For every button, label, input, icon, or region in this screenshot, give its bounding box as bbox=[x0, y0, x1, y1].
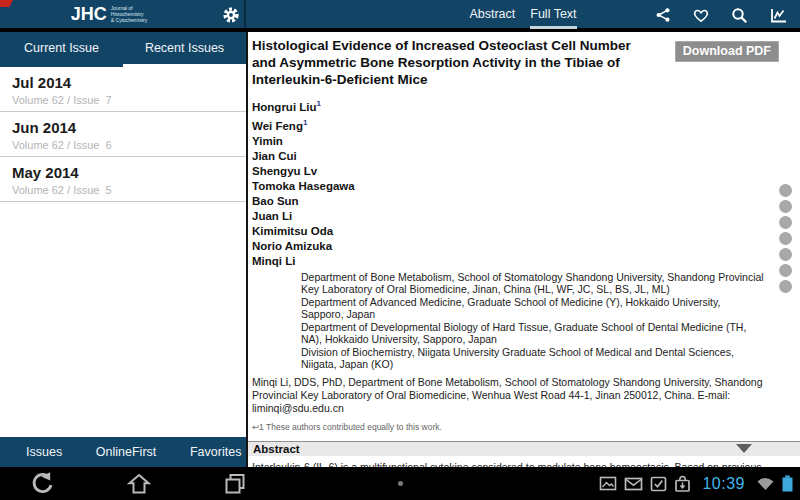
gear-icon[interactable] bbox=[223, 7, 239, 23]
equal-contribution-footnote: ↩1 These authors contributed equally to … bbox=[252, 422, 800, 432]
scroll-indicator-dot bbox=[779, 232, 792, 245]
author-footnote-marker: 1 bbox=[317, 99, 321, 108]
header-right: Abstract Full Text bbox=[246, 0, 800, 28]
scroll-indicator-dot bbox=[779, 248, 792, 261]
tab-current-issue[interactable]: Current Issue bbox=[0, 32, 123, 67]
author-name[interactable]: Kimimitsu Oda bbox=[252, 224, 800, 239]
scroll-indicator[interactable] bbox=[779, 184, 792, 293]
issue-month: Jun 2014 bbox=[12, 119, 234, 136]
clock: 10:39 bbox=[702, 475, 745, 493]
author-name[interactable]: Tomoka Hasegawa bbox=[252, 179, 800, 194]
tab-recent-issues[interactable]: Recent Issues bbox=[123, 32, 246, 67]
author-name[interactable]: Bao Sun bbox=[252, 194, 800, 209]
email-icon bbox=[624, 476, 643, 492]
issue-volume: Volume 62 / Issue 6 bbox=[12, 139, 234, 151]
abstract-section-header[interactable]: Abstract bbox=[248, 441, 800, 456]
scroll-indicator-dot bbox=[779, 216, 792, 229]
scroll-indicator-dot bbox=[779, 280, 792, 293]
issue-list-item[interactable]: Jul 2014 Volume 62 / Issue 7 bbox=[0, 67, 246, 112]
menu-dot-icon bbox=[398, 481, 403, 486]
issue-list-item[interactable]: May 2014 Volume 62 / Issue 5 bbox=[0, 157, 246, 202]
favorite-icon[interactable] bbox=[692, 7, 710, 23]
wifi-icon bbox=[756, 476, 775, 491]
metrics-icon[interactable] bbox=[769, 7, 788, 24]
system-bar: 10:39 bbox=[0, 467, 800, 500]
tab-abstract[interactable]: Abstract bbox=[469, 0, 515, 29]
bottom-nav: Issues OnlineFirst Favorites History bbox=[0, 437, 246, 467]
battery-icon bbox=[782, 475, 793, 492]
author-footnote-marker: 1 bbox=[303, 118, 307, 127]
affiliation-list: Department of Bone Metabolism, School of… bbox=[301, 271, 765, 371]
back-icon[interactable] bbox=[30, 471, 55, 496]
correspondence-text: Minqi Li, DDS, PhD, Department of Bone M… bbox=[252, 376, 770, 415]
author-name[interactable]: Juan Li bbox=[252, 209, 800, 224]
logo-name: Journal of Histochemistry & Cytochemistr… bbox=[111, 5, 147, 23]
recents-icon[interactable] bbox=[223, 472, 247, 496]
nav-item-onlinefirst[interactable]: OnlineFirst bbox=[96, 445, 156, 459]
affiliation: Division of Biochemistry, Niigata Univer… bbox=[301, 346, 765, 371]
logo-abbr: JHC bbox=[71, 5, 107, 23]
issue-month: Jul 2014 bbox=[12, 74, 234, 91]
scroll-indicator-dot bbox=[779, 200, 792, 213]
issue-list-item[interactable]: Jun 2014 Volume 62 / Issue 6 bbox=[0, 112, 246, 157]
tab-full-text[interactable]: Full Text bbox=[530, 0, 576, 29]
issue-month: May 2014 bbox=[12, 164, 234, 181]
home-icon[interactable] bbox=[127, 472, 151, 496]
affiliation: Department of Advanced Medicine, Graduat… bbox=[301, 296, 765, 321]
issues-panel: Current Issue Recent Issues Jul 2014 Vol… bbox=[0, 32, 246, 467]
issue-volume: Volume 62 / Issue 7 bbox=[12, 94, 234, 106]
article-title: Histological Evidence of Increased Osteo… bbox=[252, 37, 656, 88]
header-icons bbox=[655, 0, 788, 30]
nav-item-favorites[interactable]: Favorites bbox=[190, 445, 241, 459]
scroll-indicator-dot bbox=[779, 184, 792, 197]
gallery-icon bbox=[599, 475, 617, 492]
app-logo: JHC Journal of Histochemistry & Cytochem… bbox=[71, 5, 147, 23]
app-header: JHC Journal of Histochemistry & Cytochem… bbox=[0, 0, 800, 30]
author-name[interactable]: Shengyu Lv bbox=[252, 164, 800, 179]
download-pdf-button[interactable]: Download PDF bbox=[675, 41, 779, 62]
scroll-indicator-dot bbox=[779, 264, 792, 277]
downloads-icon bbox=[674, 475, 691, 492]
author-name[interactable]: Jian Cui bbox=[252, 149, 800, 164]
issue-volume: Volume 62 / Issue 5 bbox=[12, 184, 234, 196]
affiliation: Department of Bone Metabolism, School of… bbox=[301, 271, 765, 296]
abstract-heading: Abstract bbox=[253, 443, 300, 455]
author-list: Hongrui Liu1 Wei Feng1 Yimin Jian Cui Sh… bbox=[252, 96, 800, 269]
author-name[interactable]: Minqi Li bbox=[252, 254, 800, 269]
search-icon[interactable] bbox=[731, 7, 748, 24]
article-panel: Histological Evidence of Increased Osteo… bbox=[246, 32, 800, 467]
share-icon[interactable] bbox=[655, 7, 671, 23]
nav-item-issues[interactable]: Issues bbox=[26, 445, 62, 459]
collapse-triangle-icon[interactable] bbox=[736, 444, 752, 453]
tasks-icon bbox=[650, 475, 667, 492]
author-name[interactable]: Hongrui Liu1 bbox=[252, 96, 800, 115]
issue-tabs: Current Issue Recent Issues bbox=[0, 32, 246, 67]
app-screen: JHC Journal of Histochemistry & Cytochem… bbox=[0, 0, 800, 500]
affiliation: Department of Developmental Biology of H… bbox=[301, 321, 765, 346]
author-name[interactable]: Wei Feng1 bbox=[252, 115, 800, 134]
author-name[interactable]: Yimin bbox=[252, 134, 800, 149]
author-name[interactable]: Norio Amizuka bbox=[252, 239, 800, 254]
header-left: JHC Journal of Histochemistry & Cytochem… bbox=[0, 0, 246, 28]
